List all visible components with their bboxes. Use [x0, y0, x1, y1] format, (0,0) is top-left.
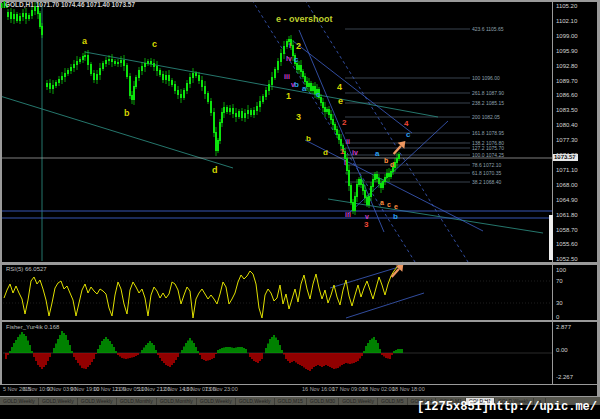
overshoot-annotation: e - overshoot	[276, 15, 333, 24]
wave-label: 1	[340, 148, 344, 156]
fib-level-label: 100.0 1074.25	[472, 153, 504, 158]
window-border-left	[0, 2, 2, 396]
price-axis-label: 1086.60	[556, 92, 578, 98]
wave-label: c	[387, 201, 391, 208]
wave-label: d	[212, 166, 218, 175]
price-axis-label: 1105.20	[556, 3, 577, 9]
wave-label: a	[82, 37, 87, 46]
wave-label: v	[365, 213, 369, 220]
price-axis-label: 1061.80	[556, 212, 578, 218]
chart-canvas[interactable]	[0, 0, 600, 419]
mt4-chart-window: GOLD,H1 1071.70 1074.46 1071.40 1073.57 …	[0, 0, 600, 419]
chart-tab[interactable]: GOLD,Weekly	[236, 398, 275, 405]
price-axis-label: 1095.90	[556, 48, 578, 54]
wave-label: 1	[286, 92, 291, 101]
fisher-panel-splitter[interactable]	[0, 320, 597, 322]
wave-label: 3	[364, 221, 368, 229]
chart-tab[interactable]: GOLD,Weekly	[39, 398, 78, 405]
wave-label: d	[390, 161, 394, 168]
price-axis-label: 1071.10	[556, 167, 578, 173]
symbol-ohlc-title: GOLD,H1 1071.70 1074.46 1071.40 1073.57	[5, 2, 135, 9]
price-axis-label: 1055.60	[556, 241, 578, 247]
time-axis-label: 18 Nov 02:00	[362, 387, 395, 393]
fib-level-label: 78.6 1072.10	[472, 163, 501, 168]
wave-label: 4	[337, 83, 342, 92]
price-axis-label: 1083.50	[556, 107, 578, 113]
fib-level-label: 200 1082.05	[472, 115, 500, 120]
time-axis-label: 18 Nov 18:00	[392, 387, 425, 393]
chart-tab[interactable]: GOLD,Weekly	[0, 398, 39, 405]
chart-tab[interactable]: GOLD,M15	[275, 398, 307, 405]
fisher-axis-label: 2.877	[556, 324, 571, 330]
wave-label: a	[302, 85, 306, 93]
wave-label: a	[375, 150, 379, 158]
price-axis-label: 1077.30	[556, 137, 578, 143]
rsi-axis-label: 100	[556, 267, 566, 273]
price-axis-label: 1064.90	[556, 197, 578, 203]
price-axis-label: 1058.70	[556, 227, 578, 233]
wave-label: 3	[296, 113, 301, 122]
price-axis-label: 1099.00	[556, 33, 578, 39]
price-axis-label: 1068.00	[556, 182, 578, 188]
wave-label: iii	[345, 211, 351, 218]
wave-label: c	[294, 56, 298, 64]
chart-tab[interactable]: GOLD,M5	[378, 398, 408, 405]
wave-label: iv	[352, 149, 358, 156]
wave-label: e	[394, 203, 398, 210]
price-axis-label: 1089.70	[556, 78, 578, 84]
chart-tab[interactable]: GOLD,Weekly	[197, 398, 236, 405]
wave-label: a	[380, 199, 384, 206]
wave-label: iv	[286, 55, 292, 62]
time-axis-label: 17 Nov 09:00	[332, 387, 365, 393]
chart-tab[interactable]: GOLD,M30	[307, 398, 339, 405]
wave-label: b	[393, 213, 398, 221]
fib-level-label: 423.6 1105.65	[472, 27, 504, 32]
rsi-axis-label: 30	[556, 300, 563, 306]
fib-level-label: 100 1096.00	[472, 76, 500, 81]
wave-label: 2	[296, 42, 301, 51]
wave-label: i	[344, 159, 346, 166]
wave-label: iii	[284, 73, 290, 80]
price-axis-label: 1052.50	[556, 256, 578, 262]
fib-level-label: 61.8 1070.35	[472, 171, 501, 176]
wave-label: c	[316, 91, 320, 99]
rsi-axis-label: 0	[556, 314, 559, 320]
rsi-panel-splitter[interactable]	[0, 262, 597, 265]
fib-level-label: 261.8 1087.90	[472, 91, 504, 96]
time-axis: 5 Nov 20156 Nov 10:009 Nov 03:009 Nov 19…	[0, 385, 597, 396]
time-axis-label: 16 Nov 16:00	[302, 387, 335, 393]
wave-label: 2	[342, 119, 346, 127]
chart-tab[interactable]: GOLD,Weekly	[78, 398, 117, 405]
fisher-axis-label: 0.00	[556, 347, 568, 353]
chart-tab[interactable]: GOLD,Monthly	[157, 398, 197, 405]
fib-level-label: 238.2 1085.15	[472, 101, 504, 106]
chart-tab[interactable]: GOLD,Weekly	[339, 398, 378, 405]
wave-label: b	[306, 135, 311, 143]
wave-label: b	[384, 157, 388, 164]
fisher-axis-label: -2.267	[556, 374, 573, 380]
chart-tab[interactable]: GOLD,Monthly	[117, 398, 157, 405]
watermark-caption: [1275x851]http://upic.me/	[417, 401, 597, 413]
fib-level-label: 127.2 1075.70	[472, 146, 504, 151]
price-axis-label: 1092.80	[556, 63, 578, 69]
wave-label: d	[323, 149, 328, 157]
fisher-indicator-label: Fisher_Yur4ik 0.168	[6, 324, 59, 330]
rsi-indicator-label: RSI(5) 66.0527	[6, 266, 47, 272]
price-axis-label: 1074.20	[556, 152, 578, 158]
wave-label: c	[152, 40, 157, 49]
rsi-axis-label: 70	[556, 278, 563, 284]
price-axis-divider	[552, 2, 553, 384]
wave-label: ii	[346, 138, 350, 145]
wave-label: b	[124, 109, 130, 118]
price-axis-label: 1080.40	[556, 122, 578, 128]
fib-level-label: 38.2 1068.40	[472, 180, 501, 185]
fib-level-label: 161.8 1078.95	[472, 131, 504, 136]
wave-label: b	[294, 81, 299, 89]
axis-marker-bar	[549, 215, 553, 260]
wave-label: i	[289, 42, 291, 49]
wave-label: e	[338, 97, 343, 106]
wave-label: c	[406, 131, 410, 139]
price-axis-label: 1102.10	[556, 18, 577, 24]
wave-label: 4	[404, 120, 408, 128]
time-axis-label: 13 Nov 23:00	[205, 387, 238, 393]
